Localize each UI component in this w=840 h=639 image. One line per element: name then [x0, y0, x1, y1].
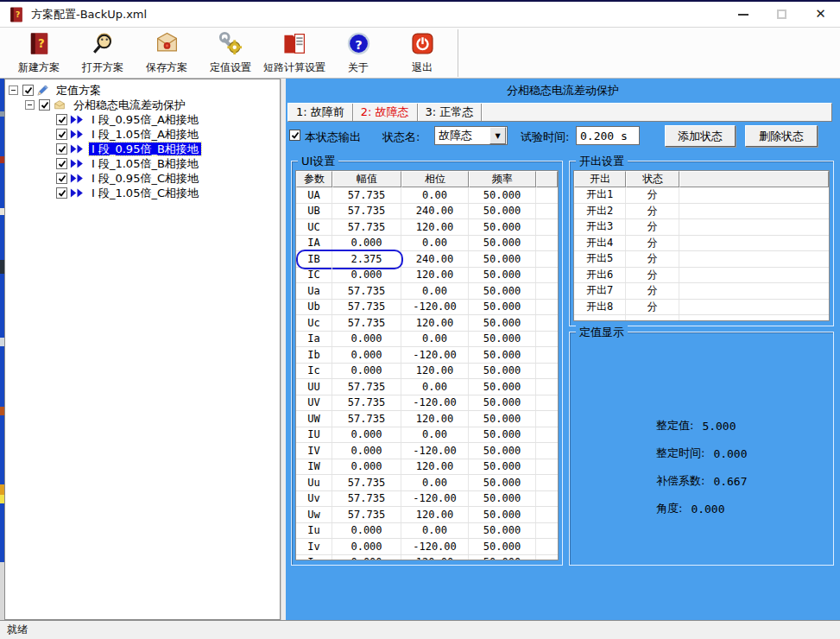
ui-cell[interactable]: 0.000 — [332, 268, 401, 283]
tree-item-checkbox[interactable] — [56, 158, 67, 169]
ui-cell[interactable]: 0.000 — [332, 539, 401, 554]
ui-cell[interactable]: -120.00 — [401, 443, 469, 459]
add-state-button[interactable]: 添加状态 — [665, 125, 736, 147]
ui-cell[interactable]: 50.000 — [469, 219, 536, 235]
ui-cell[interactable]: 50.000 — [469, 555, 536, 561]
tab-state-2[interactable]: 2: 故障态 — [353, 104, 418, 121]
output-state-cell[interactable]: 分 — [626, 251, 679, 267]
chevron-down-icon[interactable]: ▼ — [489, 127, 506, 144]
ui-cell[interactable]: 0.00 — [401, 187, 469, 203]
ui-cell[interactable]: 0.000 — [332, 347, 401, 363]
ui-cell[interactable]: 2.375 — [332, 251, 401, 267]
output-state-cell[interactable]: 分 — [626, 236, 679, 251]
ui-cell[interactable]: 50.000 — [469, 251, 536, 267]
ui-cell[interactable]: 0.000 — [332, 332, 401, 347]
ui-cell[interactable]: 50.000 — [469, 443, 536, 459]
ui-cell[interactable]: 120.00 — [401, 411, 469, 427]
ui-cell[interactable]: 0.00 — [401, 427, 469, 443]
ui-cell[interactable]: 57.735 — [332, 219, 401, 235]
ui-cell[interactable]: 120.00 — [401, 219, 469, 235]
ui-cell[interactable]: 57.735 — [332, 379, 401, 395]
ui-cell[interactable]: 50.000 — [469, 459, 536, 475]
ui-cell[interactable]: 120.00 — [401, 459, 469, 475]
ui-cell[interactable]: 50.000 — [469, 379, 536, 395]
ui-cell[interactable]: 50.000 — [469, 283, 536, 299]
ui-cell[interactable]: 50.000 — [469, 347, 536, 363]
tab-state-1[interactable]: 1: 故障前 — [288, 104, 353, 121]
tree-item[interactable]: I 段_1.05倍_B相接地 — [5, 156, 280, 171]
ui-cell[interactable]: 0.00 — [401, 379, 469, 395]
ui-cell[interactable]: 50.000 — [469, 332, 536, 347]
toolbar-button-new-scheme[interactable]: ?新建方案 — [7, 29, 71, 77]
ui-cell[interactable]: 50.000 — [469, 236, 536, 251]
output-state-cell[interactable]: 分 — [626, 300, 679, 315]
ui-cell[interactable]: 57.735 — [332, 315, 401, 331]
ui-cell[interactable]: -120.00 — [401, 300, 469, 315]
ui-cell[interactable]: 50.000 — [469, 300, 536, 315]
ui-cell[interactable]: 57.735 — [332, 395, 401, 411]
output-state-cell[interactable]: 分 — [626, 283, 679, 299]
ui-cell[interactable]: 240.00 — [401, 251, 469, 267]
maximize-button[interactable] — [762, 2, 801, 27]
tree-item-label[interactable]: I 段_1.05倍_C相接地 — [89, 187, 201, 199]
tree-group-checkbox[interactable] — [39, 99, 50, 111]
ui-cell[interactable]: 0.00 — [401, 236, 469, 251]
tree-item-label[interactable]: I 段_1.05倍_B相接地 — [89, 157, 201, 170]
ui-cell[interactable]: 50.000 — [469, 507, 536, 522]
ui-cell[interactable]: 50.000 — [469, 395, 536, 411]
ui-cell[interactable]: 0.000 — [332, 443, 401, 459]
ui-cell[interactable]: 50.000 — [469, 268, 536, 283]
ui-cell[interactable]: 50.000 — [469, 364, 536, 379]
ui-cell[interactable]: -120.00 — [401, 347, 469, 363]
ui-cell[interactable]: 120.00 — [401, 364, 469, 379]
minimize-button[interactable] — [723, 2, 762, 27]
tree-item-checkbox[interactable] — [56, 114, 67, 125]
ui-cell[interactable]: 57.735 — [332, 507, 401, 522]
ui-cell[interactable]: 0.00 — [401, 332, 469, 347]
tree-item[interactable]: I 段_0.95倍_C相接地 — [5, 171, 280, 186]
tree-root-label[interactable]: 定值方案 — [54, 84, 104, 97]
output-state-cell[interactable]: 分 — [626, 204, 679, 219]
ui-cell[interactable]: 50.000 — [469, 204, 536, 219]
ui-cell[interactable]: -120.00 — [401, 491, 469, 507]
ui-cell[interactable]: 50.000 — [469, 315, 536, 331]
ui-cell[interactable]: -120.00 — [401, 539, 469, 554]
delete-state-button[interactable]: 删除状态 — [745, 125, 818, 147]
ui-cell[interactable]: 57.735 — [332, 491, 401, 507]
toolbar-button-exit[interactable]: 退出 — [390, 29, 454, 77]
close-button[interactable]: ✕ — [801, 2, 840, 27]
ui-cell[interactable]: 57.735 — [332, 204, 401, 219]
tree-item-label[interactable]: I 段_0.95倍_A相接地 — [89, 113, 201, 126]
ui-cell[interactable]: 0.000 — [332, 427, 401, 443]
ui-cell[interactable]: 50.000 — [469, 411, 536, 427]
tree-item-label[interactable]: I 段_0.95倍_B相接地 — [89, 142, 201, 155]
output-state-checkbox[interactable] — [289, 130, 300, 141]
ui-cell[interactable]: 0.000 — [332, 459, 401, 475]
ui-cell[interactable]: 0.00 — [401, 523, 469, 539]
tree-item-checkbox[interactable] — [56, 187, 67, 199]
ui-cell[interactable]: 57.735 — [332, 475, 401, 490]
ui-cell[interactable]: 0.000 — [332, 555, 401, 561]
ui-cell[interactable]: 57.735 — [332, 283, 401, 299]
tree-item[interactable]: I 段_1.05倍_A相接地 — [5, 127, 280, 142]
ui-cell[interactable]: 0.000 — [332, 523, 401, 539]
tree-group-row[interactable]: > 分相稳态电流差动保护 — [5, 98, 280, 112]
tree-item-label[interactable]: I 段_0.95倍_C相接地 — [89, 172, 201, 185]
ui-cell[interactable]: 57.735 — [332, 187, 401, 203]
ui-cell[interactable]: 120.00 — [401, 555, 469, 561]
tree-item-checkbox[interactable] — [56, 173, 67, 184]
tree-group-label[interactable]: 分相稳态电流差动保护 — [71, 98, 188, 111]
tree-item-checkbox[interactable] — [56, 143, 67, 155]
ui-cell[interactable]: 50.000 — [469, 491, 536, 507]
collapse-expander-icon[interactable] — [9, 85, 18, 95]
ui-cell[interactable]: 120.00 — [401, 268, 469, 283]
ui-cell[interactable]: 0.000 — [332, 236, 401, 251]
output-state-cell[interactable]: 分 — [626, 268, 679, 283]
state-name-dropdown[interactable]: 故障态 ▼ — [434, 126, 508, 145]
tree-root-row[interactable]: > 定值方案 — [5, 83, 280, 98]
toolbar-button-setting-values[interactable]: 定值设置 — [199, 29, 262, 77]
ui-cell[interactable]: 50.000 — [469, 475, 536, 490]
ui-cell[interactable]: 50.000 — [469, 187, 536, 203]
ui-cell[interactable]: 57.735 — [332, 300, 401, 315]
tree-item[interactable]: I 段_1.05倍_C相接地 — [5, 186, 280, 200]
